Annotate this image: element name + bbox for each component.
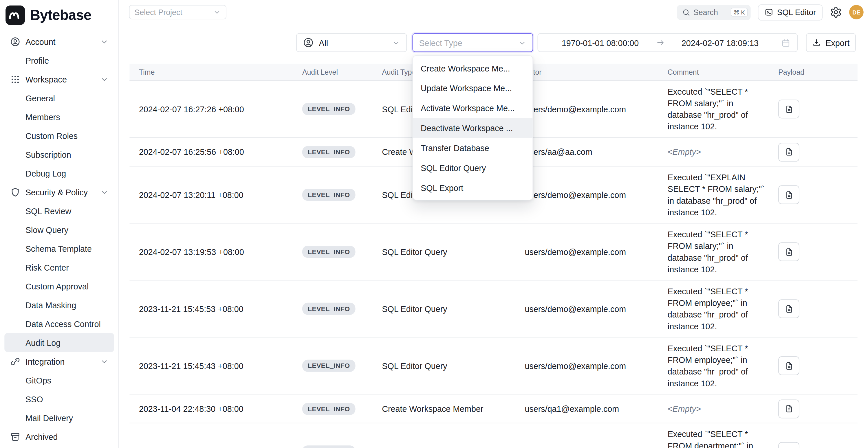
sidebar-item-gitops[interactable]: GitOps [4,371,114,389]
cell-audit-level: LEVEL_INFO [293,303,372,315]
cell-time: 2023-11-21 15:45:53 +08:00 [129,304,293,314]
sidebar-item-subscription[interactable]: Subscription [4,145,114,164]
cell-audit-type: Create Workspace Member [373,404,515,414]
sidebar-item-label: Custom Roles [26,131,78,140]
file-icon [784,104,794,114]
cell-payload [769,356,858,375]
export-button[interactable]: Export [806,33,856,52]
level-badge: LEVEL_INFO [302,146,355,158]
payload-view-button[interactable] [778,186,799,204]
sidebar-item-data-access-control[interactable]: Data Access Control [4,314,114,333]
payload-view-button[interactable] [778,142,799,161]
sidebar-item-members[interactable]: Members [4,107,114,126]
date-range-picker[interactable]: 1970-01-01 08:00:00 2024-02-07 18:09:13 [538,33,798,52]
dropdown-option[interactable]: Update Workspace Me... [413,78,532,98]
app-window: Bytebase Account Profile Workspace Gener… [0,0,868,448]
cell-comment: <Empty> [658,141,769,163]
gear-icon[interactable] [830,6,842,18]
column-header-audit-level: Audit Level [293,68,372,76]
archive-icon [10,431,20,442]
file-icon [784,404,794,414]
sidebar-item-sql-review[interactable]: SQL Review [4,201,114,220]
sidebar-item-custom-approval[interactable]: Custom Approval [4,277,114,295]
sidebar-item-general[interactable]: General [4,89,114,107]
cell-audit-level: LEVEL_INFO [293,146,372,158]
sidebar-item-integration[interactable]: Integration [4,352,114,371]
sidebar-item-account[interactable]: Account [4,32,114,51]
cell-payload [769,142,858,161]
table-row: 2023-11-04 21:26:34 +08:00 LEVEL_INFO SQ… [129,423,857,448]
cell-audit-level: LEVEL_INFO [293,445,372,448]
cell-payload [769,399,858,418]
sidebar-item-data-masking[interactable]: Data Masking [4,295,114,314]
payload-view-button[interactable] [778,299,799,318]
level-badge: LEVEL_INFO [302,403,355,415]
cell-time: 2023-11-04 21:26:34 +08:00 [129,447,293,448]
sidebar-item-custom-roles[interactable]: Custom Roles [4,126,114,145]
sidebar-item-profile[interactable]: Profile [4,51,114,70]
file-icon [784,247,794,257]
topbar-right: Search ⌘ K SQL Editor DE [677,4,864,20]
cell-comment: Executed `"SELECT * FROM salary;"` in da… [658,81,769,137]
cell-payload [769,100,858,118]
sidebar-item-mail-delivery[interactable]: Mail Delivery [4,408,114,427]
sql-editor-button[interactable]: SQL Editor [758,4,823,20]
cell-audit-level: LEVEL_INFO [293,189,372,201]
grid-icon [10,74,20,84]
dropdown-option[interactable]: Transfer Database [413,138,532,158]
avatar[interactable]: DE [849,5,864,20]
table-row: 2024-02-07 13:19:53 +08:00 LEVEL_INFO SQ… [129,223,857,281]
search-input[interactable]: Search ⌘ K [677,5,750,20]
dropdown-option[interactable]: Activate Workspace Me... [413,98,532,118]
link-icon [10,356,20,366]
sidebar-item-label: Account [26,37,56,46]
sidebar-item-audit-log[interactable]: Audit Log [4,333,114,352]
actor-scope-select[interactable]: All [296,33,407,52]
cell-actor: users/demo@example.com [515,304,658,314]
payload-view-button[interactable] [778,442,799,448]
cell-audit-type: SQL Editor Query [373,361,515,371]
sidebar-item-label: Data Masking [26,300,76,310]
sidebar-item-debug-log[interactable]: Debug Log [4,164,114,183]
cell-comment: Executed `"SELECT * FROM salary;"` in da… [658,223,769,280]
sidebar-item-label: Subscription [26,150,71,159]
chevron-down-icon [518,38,527,47]
cell-payload [769,442,858,448]
project-select[interactable]: Select Project [129,5,226,20]
sidebar-item-slow-query[interactable]: Slow Query [4,220,114,239]
chevron-down-icon [100,75,108,83]
search-icon [682,8,690,17]
cell-payload [769,299,858,318]
audit-type-select[interactable]: Select Type [412,33,533,52]
cell-audit-level: LEVEL_INFO [293,246,372,258]
sidebar-item-sso[interactable]: SSO [4,389,114,408]
sidebar-item-label: Data Access Control [26,319,101,328]
cell-audit-type: SQL Editor Query [373,304,515,314]
dropdown-option[interactable]: Create Workspace Me... [413,58,532,78]
payload-view-button[interactable] [778,100,799,118]
date-to-value: 2024-02-07 18:09:13 [664,38,775,47]
payload-view-button[interactable] [778,242,799,261]
cell-actor: users/demo@example.com [515,361,658,371]
sidebar-item-risk-center[interactable]: Risk Center [4,258,114,277]
sidebar-item-archived[interactable]: Archived [4,427,114,446]
dropdown-option[interactable]: SQL Export [413,178,532,198]
table-row: 2023-11-21 15:45:53 +08:00 LEVEL_INFO SQ… [129,281,857,338]
cell-time: 2024-02-07 16:27:26 +08:00 [129,104,293,114]
level-badge: LEVEL_INFO [302,246,355,258]
sidebar: Bytebase Account Profile Workspace Gener… [0,0,119,448]
dropdown-option[interactable]: SQL Editor Query [413,158,532,178]
dropdown-option[interactable]: Deactivate Workspace ... [413,118,532,138]
sidebar-item-label: Debug Log [26,168,66,178]
sidebar-item-label: Security & Policy [26,187,88,197]
sidebar-item-security-policy[interactable]: Security & Policy [4,183,114,201]
cell-comment: Executed `"SELECT * FROM employee;"` in … [658,338,769,394]
sidebar-item-workspace[interactable]: Workspace [4,70,114,89]
payload-view-button[interactable] [778,399,799,418]
sidebar-item-schema-template[interactable]: Schema Template [4,239,114,258]
payload-view-button[interactable] [778,356,799,375]
logo[interactable]: Bytebase [0,0,118,30]
logo-text: Bytebase [30,6,91,24]
level-badge: LEVEL_INFO [302,189,355,201]
cell-actor: users/demo@example.com [515,104,658,114]
